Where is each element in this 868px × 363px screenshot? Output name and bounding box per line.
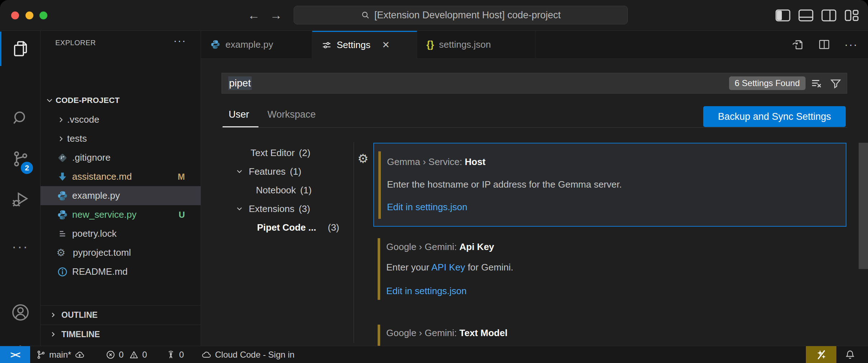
python-file-icon bbox=[57, 190, 68, 201]
title-bar: ← → [Extension Development Host] code-pr… bbox=[0, 0, 868, 31]
close-window-button[interactable] bbox=[11, 11, 19, 19]
tab-example-py[interactable]: example.py bbox=[201, 31, 312, 58]
root-folder-label: CODE-PROJECT bbox=[56, 96, 120, 105]
timeline-section-header[interactable]: TIMELINE bbox=[41, 325, 201, 344]
edit-in-settings-json-link[interactable]: Edit in settings.json bbox=[386, 286, 467, 297]
cloud-code-label: Cloud Code - Sign in bbox=[215, 350, 294, 360]
toc-count: (1) bbox=[300, 185, 312, 196]
file-name: README.md bbox=[72, 266, 128, 277]
edit-in-settings-json-link[interactable]: Edit in settings.json bbox=[387, 202, 467, 213]
toc-item-extensions[interactable]: Extensions (3) bbox=[221, 199, 354, 218]
close-tab-icon[interactable]: ✕ bbox=[382, 39, 390, 51]
sidebar-item-run-debug[interactable] bbox=[0, 182, 41, 217]
command-center[interactable]: [Extension Development Host] code-projec… bbox=[294, 6, 628, 24]
activity-bar: 2 ··· ⚙ 1 bbox=[0, 31, 41, 346]
scope-tab-user[interactable]: User bbox=[229, 109, 249, 120]
active-indicator bbox=[0, 32, 1, 66]
notifications-bell-icon[interactable] bbox=[839, 346, 861, 363]
editor-tab-strip: example.py Settings ✕ {} settings.json bbox=[201, 31, 868, 58]
clear-filters-icon[interactable] bbox=[810, 77, 823, 90]
setting-entry-google-gemini-api-key[interactable]: Google › Gemini: Api Key Enter your API … bbox=[373, 237, 846, 303]
explorer-header: EXPLORER ··· bbox=[41, 31, 201, 46]
navigate-forward-icon[interactable]: → bbox=[270, 8, 282, 22]
sidebar-item-explorer[interactable] bbox=[0, 31, 41, 67]
tree-item-example-py[interactable]: example.py bbox=[41, 186, 201, 205]
tree-item-assistance-md[interactable]: assistance.md M bbox=[41, 167, 201, 186]
toggle-primary-sidebar-icon[interactable] bbox=[775, 9, 790, 22]
outline-section-label: OUTLINE bbox=[61, 310, 98, 320]
navigate-back-icon[interactable]: ← bbox=[248, 8, 260, 22]
ports-status-item[interactable]: 0 bbox=[166, 346, 184, 363]
explorer-root-folder[interactable]: CODE-PROJECT bbox=[41, 91, 201, 110]
chevron-down-icon bbox=[233, 204, 246, 213]
tab-settings-json[interactable]: {} settings.json bbox=[417, 31, 536, 58]
cloud-code-status-item[interactable]: Cloud Code - Sign in bbox=[201, 346, 294, 363]
error-count: 0 bbox=[119, 350, 123, 360]
scope-tab-workspace[interactable]: Workspace bbox=[267, 109, 316, 120]
toggle-panel-icon[interactable] bbox=[798, 9, 813, 22]
explorer-title: EXPLORER bbox=[55, 39, 96, 47]
api-key-link[interactable]: API Key bbox=[431, 262, 465, 273]
toc-item-text-editor[interactable]: Text Editor (2) bbox=[221, 143, 354, 162]
toc-label: Features bbox=[246, 166, 286, 177]
more-views-icon[interactable]: ··· bbox=[0, 229, 41, 265]
outline-section-header[interactable]: OUTLINE bbox=[41, 305, 201, 324]
tree-item-tests[interactable]: tests bbox=[41, 129, 201, 148]
problems-status-item[interactable]: 0 0 bbox=[106, 346, 147, 363]
toggle-secondary-sidebar-icon[interactable] bbox=[821, 9, 836, 22]
setting-entry-gemma-service-host[interactable]: Gemma › Service: Host Enter the hostname… bbox=[373, 143, 846, 227]
toc-count: (3) bbox=[299, 203, 310, 214]
setting-description: Enter the hostname or IP address for the… bbox=[387, 179, 622, 190]
toc-count: (3) bbox=[328, 222, 354, 233]
sidebar-item-search[interactable] bbox=[0, 100, 41, 136]
sparkle-slash-icon bbox=[815, 349, 827, 361]
markdown-file-icon bbox=[57, 171, 68, 182]
tree-item-poetry-lock[interactable]: poetry.lock bbox=[41, 224, 201, 243]
toc-item-features[interactable]: Features (1) bbox=[221, 162, 354, 181]
chevron-down-icon bbox=[43, 96, 56, 105]
run-debug-icon bbox=[11, 190, 30, 209]
tree-item-readme-md[interactable]: README.md bbox=[41, 262, 201, 281]
chevron-right-icon bbox=[55, 116, 67, 124]
editor-scrollbar[interactable] bbox=[859, 143, 868, 269]
sidebar-item-source-control[interactable]: 2 bbox=[0, 141, 41, 177]
tab-settings[interactable]: Settings ✕ bbox=[312, 31, 417, 58]
customize-layout-icon[interactable] bbox=[844, 9, 859, 22]
toc-label: Text Editor bbox=[221, 147, 295, 159]
python-file-icon bbox=[210, 39, 220, 50]
open-settings-json-icon[interactable] bbox=[791, 38, 804, 51]
modified-indicator-bar bbox=[378, 151, 381, 219]
accounts-icon[interactable] bbox=[0, 294, 41, 330]
folder-name: .vscode bbox=[67, 114, 99, 125]
setting-gear-icon[interactable]: ⚙ bbox=[358, 152, 368, 165]
explorer-sidebar: EXPLORER ··· CODE-PROJECT .vscode tests bbox=[41, 31, 201, 346]
minimize-window-button[interactable] bbox=[25, 11, 33, 19]
tree-item-new-service-py[interactable]: new_service.py U bbox=[41, 205, 201, 224]
files-icon bbox=[11, 39, 30, 58]
tree-item-gitignore[interactable]: .gitignore bbox=[41, 148, 201, 167]
git-modified-badge: M bbox=[178, 172, 185, 182]
setting-title: Google › Gemini: Api Key bbox=[386, 241, 494, 253]
tree-item-vscode[interactable]: .vscode bbox=[41, 110, 201, 129]
git-branch-status-item[interactable]: main* bbox=[36, 346, 85, 363]
filter-funnel-icon[interactable] bbox=[830, 77, 842, 90]
tree-item-pyproject-toml[interactable]: ⚙ pyproject.toml bbox=[41, 243, 201, 262]
remote-indicator[interactable]: >< bbox=[0, 346, 30, 363]
vscode-window: ← → [Extension Development Host] code-pr… bbox=[0, 0, 868, 363]
status-bar: >< main* 0 bbox=[0, 346, 868, 363]
more-actions-icon[interactable]: ··· bbox=[844, 38, 858, 51]
maximize-window-button[interactable] bbox=[39, 11, 47, 19]
warning-icon bbox=[129, 350, 139, 360]
ports-count: 0 bbox=[179, 350, 184, 360]
toc-item-pipet-code[interactable]: Pipet Code ... (3) bbox=[221, 218, 354, 237]
tab-label: example.py bbox=[225, 39, 273, 50]
toc-item-notebook[interactable]: Notebook (1) bbox=[221, 181, 354, 199]
file-name: .gitignore bbox=[72, 152, 111, 163]
settings-search-input[interactable]: pipet 6 Settings Found bbox=[221, 73, 847, 94]
split-editor-icon[interactable] bbox=[818, 38, 831, 51]
setting-title: Gemma › Service: Host bbox=[387, 156, 486, 168]
settings-found-badge: 6 Settings Found bbox=[729, 76, 806, 90]
backup-sync-settings-button[interactable]: Backup and Sync Settings bbox=[703, 106, 846, 127]
inline-suggestions-disabled-item[interactable] bbox=[806, 346, 836, 363]
explorer-more-actions-icon[interactable]: ··· bbox=[173, 34, 186, 47]
